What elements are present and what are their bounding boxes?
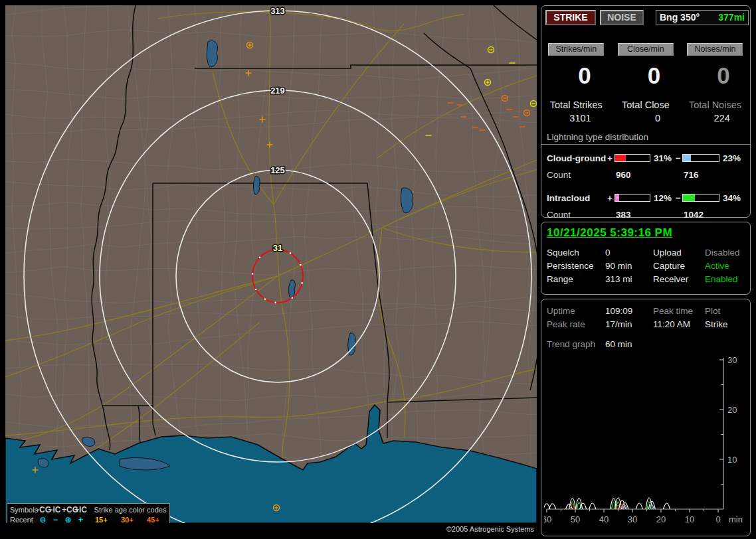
cloud-ground-label: Cloud-ground (547, 153, 606, 163)
bearing-range-value: 377mi (718, 11, 745, 25)
strike-toggle-button[interactable]: STRIKE (545, 10, 596, 25)
svg-text:50: 50 (571, 514, 580, 524)
total-strikes-value: 3101 (541, 113, 611, 123)
age-code: 15+ (91, 516, 117, 524)
legend-age-header: Strike age color codes (91, 506, 169, 514)
lightning-map[interactable]: 31321912531 (5, 5, 537, 523)
bearing-readout: Bng 350° 377mi (656, 10, 749, 25)
svg-text:20: 20 (727, 405, 737, 415)
trend-chart: 6050403020100min302010 (544, 355, 749, 533)
count-label: Count (547, 210, 571, 220)
close-counter: Close/min 0 Total Close 0 (611, 43, 681, 123)
ic-negative-pct: 34% (723, 193, 741, 203)
plot-label: Plot (705, 306, 720, 316)
receiver-status: Enabled (705, 274, 738, 284)
legend-col-neg-cg: -CG (37, 505, 49, 514)
strikes-rate-value: 0 (541, 61, 611, 90)
legend-header-row: Symbols -CG -IC +CG +IC Strike age color… (10, 504, 169, 514)
strikes-counter: Strikes/min 0 Total Strikes 3101 (541, 43, 611, 123)
noises-rate-value: 0 (680, 61, 750, 90)
cg-count-row: Count 960 716 (541, 170, 750, 185)
noise-toggle-button[interactable]: NOISE (600, 10, 644, 25)
map-window: 31321912531 Symbols -CG -IC +CG +IC Stri… (5, 5, 537, 535)
peak-rate-value: 17/min (605, 319, 632, 329)
legend-col-pos-cg: +CG (62, 505, 74, 514)
noises-per-min-chip: Noises/min (687, 43, 743, 56)
ic-positive-count: 383 (616, 210, 631, 220)
close-rate-value: 0 (611, 61, 681, 90)
legend-col-pos-ic: +IC (74, 505, 87, 514)
cg-positive-count: 960 (616, 170, 631, 180)
minus-sign: − (676, 193, 681, 203)
range-value: 313 mi (605, 274, 632, 284)
cg-negative-pct: 23% (723, 153, 741, 163)
close-per-min-chip: Close/min (618, 43, 674, 56)
cloud-ground-row: Cloud-ground + 31% − 23% (541, 151, 750, 168)
receiver-label: Receiver (653, 274, 688, 284)
bearing-value: Bng 350° (660, 11, 700, 25)
plot-type-value: Strike (705, 319, 728, 329)
svg-text:0: 0 (715, 514, 720, 524)
svg-text:40: 40 (599, 514, 609, 524)
minus-sign: − (676, 153, 681, 163)
trend-graph-header: Trend graph 60 min (541, 339, 750, 352)
legend-symbols-header: Symbols (10, 506, 37, 514)
uptime-value: 109:09 (605, 306, 632, 316)
svg-text:10: 10 (727, 455, 737, 465)
cg-negative-bar (682, 154, 719, 162)
persistence-value: 90 min (605, 261, 632, 271)
svg-text:125: 125 (270, 165, 285, 175)
counters-panel: STRIKE NOISE Bng 350° 377mi Strikes/min … (541, 5, 751, 218)
total-strikes-label: Total Strikes (541, 100, 611, 110)
ic-positive-pct: 12% (654, 193, 672, 203)
cg-positive-bar (614, 154, 650, 162)
ic-negative-count: 1042 (684, 210, 704, 220)
svg-text:10: 10 (685, 514, 694, 524)
peak-rate-row: Peak rate 17/min 11:20 AM Strike (541, 319, 750, 333)
status-panel: 10/21/2025 5:39:16 PM Squelch 0 Upload D… (541, 222, 751, 295)
trend-graph-label: Trend graph (547, 339, 595, 349)
plus-sign: + (607, 193, 613, 203)
total-noises-value: 224 (680, 113, 750, 123)
peak-rate-label: Peak rate (547, 319, 585, 329)
strikes-per-min-chip: Strikes/min (548, 43, 604, 56)
age-code: 30+ (117, 516, 143, 524)
age-code: 45+ (143, 516, 169, 524)
trend-graph-window: 60 min (605, 339, 632, 349)
distribution-section: Lightning type distribution Cloud-ground… (541, 132, 750, 224)
svg-text:min: min (729, 514, 743, 524)
ic-positive-bar (614, 194, 650, 202)
svg-text:219: 219 (270, 86, 285, 96)
uptime-row: Uptime 109:09 Peak time Plot (541, 306, 750, 319)
persistence-row: Persistence 90 min Capture Active (541, 261, 750, 274)
peak-time-label: Peak time (653, 306, 693, 316)
capture-label: Capture (653, 261, 685, 271)
squelch-value: 0 (605, 248, 611, 258)
capture-status: Active (705, 261, 729, 271)
legend-col-neg-ic: -IC (49, 505, 62, 514)
distribution-title: Lightning type distribution (541, 132, 750, 145)
noises-counter: Noises/min 0 Total Noises 224 (680, 43, 750, 123)
squelch-row: Squelch 0 Upload Disabled (541, 248, 750, 261)
total-noises-label: Total Noises (680, 100, 750, 110)
stats-panel: Uptime 109:09 Peak time Plot Peak rate 1… (541, 299, 751, 536)
svg-text:313: 313 (270, 6, 285, 16)
total-close-value: 0 (611, 113, 681, 123)
cg-negative-count: 716 (684, 170, 699, 180)
total-close-label: Total Close (611, 100, 681, 110)
intracloud-row: Intracloud + 12% − 34% (541, 191, 750, 208)
svg-text:60: 60 (544, 514, 551, 524)
cg-positive-pct: 31% (654, 153, 672, 163)
app-window: 31321912531 Symbols -CG -IC +CG +IC Stri… (0, 0, 756, 539)
svg-text:30: 30 (727, 355, 737, 365)
svg-text:30: 30 (628, 514, 637, 524)
map-land (5, 5, 537, 523)
upload-status: Disabled (705, 248, 740, 258)
count-label: Count (547, 170, 571, 180)
range-label: Range (547, 274, 573, 284)
intracloud-label: Intracloud (547, 193, 590, 203)
legend-row-label: Recent (10, 516, 37, 524)
upload-label: Upload (653, 248, 682, 258)
range-row: Range 313 mi Receiver Enabled (541, 274, 750, 287)
copyright-bar: ©2005 Astrogenic Systems (5, 523, 537, 535)
